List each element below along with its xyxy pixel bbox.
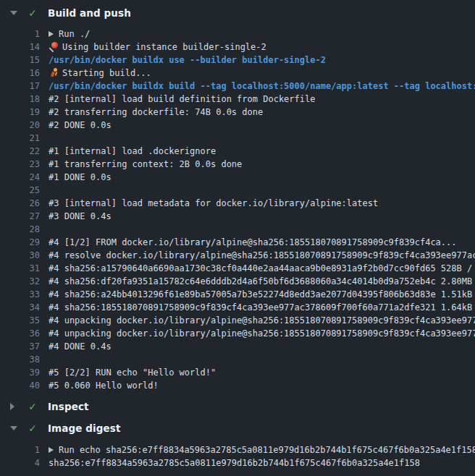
log-line: 21 — [0, 132, 475, 145]
line-content: /usr/bin/docker buildx build --tag local… — [49, 80, 475, 93]
line-number[interactable]: 16 — [0, 67, 40, 80]
line-number[interactable]: 26 — [0, 197, 40, 210]
line-number[interactable]: 39 — [0, 366, 40, 379]
line-content: #4 sha256:df20fa9351a15782c64e6dddb2d4a6… — [49, 275, 475, 288]
log-text: Starting build... — [62, 67, 151, 80]
line-number[interactable]: 1 — [0, 27, 40, 41]
collapse-triangle-icon — [10, 11, 17, 15]
line-number[interactable]: 15 — [0, 54, 40, 67]
expand-triangle-icon[interactable] — [49, 447, 54, 453]
section-header-image-digest[interactable]: ✓Image digest — [0, 419, 475, 438]
line-number[interactable]: 29 — [0, 236, 40, 249]
line-number[interactable]: 17 — [0, 80, 40, 93]
line-content: #5 0.060 Hello world! — [49, 379, 159, 392]
line-number[interactable]: 27 — [0, 210, 40, 223]
line-number[interactable]: 37 — [0, 340, 40, 353]
line-content: #4 resolve docker.io/library/alpine@sha2… — [49, 249, 475, 262]
log-text: #4 unpacking docker.io/library/alpine@sh… — [49, 314, 475, 327]
log-block-build-and-push: 1Run ./14Using builder instance builder-… — [0, 22, 475, 394]
log-line: 24#1 DONE 0.0s — [0, 171, 475, 184]
line-number[interactable]: 25 — [0, 184, 40, 197]
log-line: 23#1 transferring context: 2B 0.0s done — [0, 158, 475, 171]
log-line: 29#4 [1/2] FROM docker.io/library/alpine… — [0, 236, 475, 249]
line-number[interactable]: 34 — [0, 301, 40, 314]
log-text: #3 [internal] load metadata for docker.i… — [49, 197, 378, 210]
log-line: 35#4 unpacking docker.io/library/alpine@… — [0, 314, 475, 327]
section-header-build-and-push[interactable]: ✓Build and push — [0, 4, 475, 22]
actions-log-viewer: ✓Build and push1Run ./14Using builder in… — [0, 0, 475, 470]
log-text: #1 transferring context: 2B 0.0s done — [49, 158, 242, 171]
log-line: 37#4 DONE 0.4s — [0, 340, 475, 353]
section-header-inspect[interactable]: ✓Inspect — [0, 397, 475, 416]
section-build-and-push: ✓Build and push1Run ./14Using builder in… — [0, 4, 475, 394]
log-text: Run echo sha256:e7ff8834a5963a2785c5a081… — [59, 443, 475, 456]
line-content: #1 [internal] load .dockerignore — [49, 145, 216, 158]
line-number[interactable]: 31 — [0, 262, 40, 275]
log-text: #4 sha256:df20fa9351a15782c64e6dddb2d4a6… — [49, 275, 475, 288]
section-title: Image digest — [48, 422, 121, 434]
line-number[interactable]: 14 — [0, 41, 40, 54]
line-number[interactable]: 38 — [0, 353, 40, 366]
log-line: 33#4 sha256:a24bb4013296f61e89ba57005a7b… — [0, 288, 475, 301]
log-line: 38 — [0, 353, 475, 366]
line-number[interactable]: 32 — [0, 275, 40, 288]
log-line: 19#2 transferring dockerfile: 74B 0.0s d… — [0, 106, 475, 119]
line-number[interactable]: 4 — [0, 456, 40, 469]
log-text: #4 DONE 0.4s — [49, 340, 112, 353]
pushpin-icon — [49, 42, 59, 52]
log-line: 22#1 [internal] load .dockerignore — [0, 145, 475, 158]
runner-icon — [49, 68, 59, 78]
line-number[interactable]: 33 — [0, 288, 40, 301]
line-content: #2 [internal] load build definition from… — [49, 93, 315, 106]
log-line: 4sha256:e7ff8834a5963a2785c5a0811e979d16… — [0, 456, 475, 469]
line-content: #4 sha256:a15790640a6690aa1730c38cf0a440… — [49, 262, 475, 275]
collapse-triangle-icon — [10, 426, 17, 430]
log-line: 30#4 resolve docker.io/library/alpine@sh… — [0, 249, 475, 262]
log-line: 25 — [0, 184, 475, 197]
line-number[interactable]: 22 — [0, 145, 40, 158]
section-title: Inspect — [48, 401, 89, 412]
line-content: Starting build... — [49, 67, 151, 80]
line-content: #1 transferring context: 2B 0.0s done — [49, 158, 242, 171]
line-number[interactable]: 19 — [0, 106, 40, 119]
line-number[interactable]: 21 — [0, 132, 40, 145]
line-content: sha256:e7ff8834a5963a2785c5a0811e979d16b… — [49, 456, 420, 469]
line-content: #3 DONE 0.4s — [49, 210, 112, 223]
line-number[interactable]: 40 — [0, 379, 40, 392]
success-check-icon: ✓ — [27, 401, 38, 412]
log-text: /usr/bin/docker buildx use --builder bui… — [49, 54, 326, 67]
log-line: 26#3 [internal] load metadata for docker… — [0, 197, 475, 210]
line-number[interactable]: 28 — [0, 223, 40, 236]
line-number[interactable]: 18 — [0, 93, 40, 106]
line-number[interactable]: 1 — [0, 443, 40, 456]
log-text: #5 0.060 Hello world! — [49, 379, 159, 392]
line-number[interactable]: 30 — [0, 249, 40, 262]
log-text: #1 DONE 0.0s — [49, 171, 112, 184]
log-text: #2 [internal] load build definition from… — [49, 93, 315, 106]
line-content: Using builder instance builder-single-2 — [49, 41, 266, 54]
log-text: /usr/bin/docker buildx build --tag local… — [49, 80, 475, 93]
line-content: #3 [internal] load metadata for docker.i… — [49, 197, 378, 210]
line-content: Run ./ — [49, 27, 90, 41]
log-line: 39#5 [2/2] RUN echo "Hello world!" — [0, 366, 475, 379]
section-image-digest: ✓Image digest1Run echo sha256:e7ff8834a5… — [0, 419, 475, 470]
line-number[interactable]: 20 — [0, 119, 40, 132]
expand-triangle-icon[interactable] — [49, 31, 54, 37]
log-text: #4 unpacking docker.io/library/alpine@sh… — [49, 327, 475, 340]
line-number[interactable]: 36 — [0, 327, 40, 340]
log-line: 32#4 sha256:df20fa9351a15782c64e6dddb2d4… — [0, 275, 475, 288]
log-line: 20#2 DONE 0.0s — [0, 119, 475, 132]
line-content: #2 DONE 0.0s — [49, 119, 112, 132]
line-number[interactable]: 23 — [0, 158, 40, 171]
log-line: 14Using builder instance builder-single-… — [0, 41, 475, 54]
line-content: #4 [1/2] FROM docker.io/library/alpine@s… — [49, 236, 457, 249]
log-text: #1 [internal] load .dockerignore — [49, 145, 216, 158]
log-line: 17/usr/bin/docker buildx build --tag loc… — [0, 80, 475, 93]
success-check-icon: ✓ — [27, 7, 38, 19]
log-text: #4 sha256:185518070891758909c9f839cf4ca3… — [49, 301, 475, 314]
line-number[interactable]: 24 — [0, 171, 40, 184]
log-line: 28 — [0, 223, 475, 236]
line-content: #4 unpacking docker.io/library/alpine@sh… — [49, 314, 475, 327]
line-number[interactable]: 35 — [0, 314, 40, 327]
line-content: #5 [2/2] RUN echo "Hello world!" — [49, 366, 216, 379]
